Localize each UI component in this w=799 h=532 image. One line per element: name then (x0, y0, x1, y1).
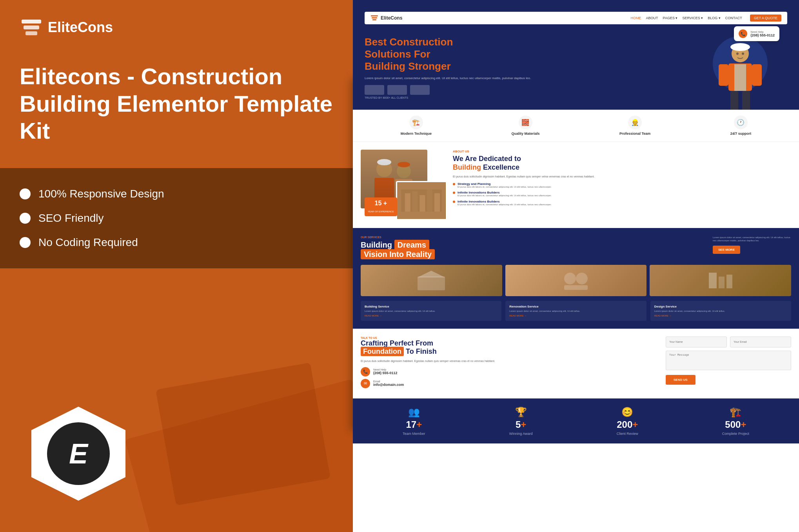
feature-team: 👷 Professional Team (619, 116, 650, 136)
cs-email-item: ✉ Email info@domain.com (361, 379, 658, 388)
point-title-2: Infinite Innovations Builders (458, 191, 552, 194)
nav-pages[interactable]: PAGES ▾ (663, 16, 678, 20)
hero-title-line3: Building Stronger (365, 60, 451, 72)
team-icon: 👷 (628, 116, 642, 129)
svg-rect-28 (732, 45, 749, 50)
ds-see-more-btn[interactable]: SEE MORE (713, 246, 740, 254)
feature-text-2: SEO Friendly (38, 212, 104, 224)
cs-header: TALK TO US Crafting Perfect From Foundat… (361, 337, 791, 391)
svg-point-37 (377, 159, 391, 165)
about-highlight: Building (453, 163, 481, 171)
svg-point-50 (564, 273, 576, 284)
stat-team-label: Team Member (403, 432, 425, 436)
nav-blog[interactable]: BLOG ▾ (708, 16, 721, 20)
team-label: Professional Team (619, 132, 650, 136)
hero-trusted: TRUSTED BY 8000+ ALL CLIENTS (365, 96, 701, 99)
stat-client-label: Client Review (617, 432, 638, 436)
quality-label: Quality Materials (511, 132, 539, 136)
ds-card-title-3: Design Service (654, 305, 787, 308)
stat-award: 🏆 5+ Winning Award (509, 407, 533, 436)
ds-lorem: Lorem ipsum dolor sit amet, consectetur … (713, 236, 791, 242)
stat-team: 👥 17+ Team Member (403, 407, 425, 436)
cs-phone-text-area: Need Help (208) 555-0112 (373, 368, 398, 375)
point-dot-1 (453, 183, 455, 185)
nav-services[interactable]: SERVICES ▾ (682, 16, 703, 20)
stat-project: 🏗️ 500+ Complete Project (722, 407, 749, 436)
ds-images (361, 265, 791, 296)
hero-section: EliteCons HOME ABOUT PAGES ▾ SERVICES ▾ … (353, 0, 799, 110)
feature-support: 🕐 24/7 support (730, 116, 752, 136)
ds-svg-3 (705, 269, 736, 292)
help-phone-icon: 📞 (739, 29, 747, 38)
svg-rect-21 (372, 19, 376, 20)
ds-right: Lorem ipsum dolor sit amet, consectetur … (713, 236, 791, 254)
feature-dot-2 (20, 213, 31, 224)
modern-icon: 🏗️ (409, 116, 423, 129)
ds-title: Building Dreams Vision Into Reality (361, 240, 435, 259)
features-section: 100% Responsive Design SEO Friendly No C… (0, 168, 353, 268)
point-title-3: Infinite Innovations Builders (458, 200, 552, 203)
hero-title-line1: Best Construction (365, 36, 453, 48)
navbar-cta[interactable]: GET A QUOTE (750, 14, 781, 22)
hero-title: Best Construction Solutions For Building… (365, 36, 701, 73)
about-text: ABOUT US We Are Dedicated to Building Ex… (453, 150, 791, 220)
mini-logo: EliteCons (370, 14, 402, 22)
cs-email-icon: ✉ (361, 379, 370, 388)
nav-contact[interactable]: CONTACT (725, 16, 742, 20)
cs-highlight: Foundation (361, 347, 404, 356)
stat-award-icon: 🏆 (515, 407, 527, 418)
mini-nav-links: HOME ABOUT PAGES ▾ SERVICES ▾ BLOG ▾ CON… (631, 16, 742, 20)
hero-title-for: For (414, 48, 430, 60)
hex-background: E (31, 407, 125, 501)
form-email-field[interactable] (730, 337, 791, 347)
stat-img-3 (410, 85, 430, 95)
feature-dot-3 (20, 237, 31, 248)
stat-client: 😊 200+ Client Review (617, 407, 638, 436)
about-tag: ABOUT US (453, 150, 791, 153)
svg-rect-33 (734, 64, 746, 91)
about-point-1: Strategy and Planning El purus duis elit… (453, 182, 791, 189)
feature-text-1: 100% Responsive Design (38, 188, 164, 200)
feature-quality: 🧱 Quality Materials (511, 116, 539, 136)
logo-text: EliteCons (48, 19, 113, 36)
svg-rect-26 (752, 64, 762, 86)
cs-email-value: info@domain.com (373, 383, 404, 387)
ds-img-3 (650, 265, 791, 296)
svg-point-38 (397, 164, 411, 178)
svg-rect-20 (372, 17, 377, 18)
worker-svg (701, 32, 779, 110)
form-name-field[interactable] (666, 337, 727, 347)
nav-about[interactable]: ABOUT (646, 16, 658, 20)
features-row: 🏗️ Modern Technique 🧱 Quality Materials … (353, 110, 799, 142)
stat-project-label: Complete Project (722, 432, 749, 436)
ds-card-desc-1: Lorem ipsum dolor sit amet, consectetur … (365, 310, 498, 313)
ds-read-1: READ MORE → (365, 315, 498, 317)
ds-card-desc-3: Lorem ipsum dolor sit amet, consectetur … (654, 310, 787, 313)
svg-rect-32 (742, 91, 750, 110)
ds-highlight: Dreams (394, 240, 429, 250)
svg-rect-43 (405, 193, 410, 212)
svg-rect-47 (434, 193, 440, 212)
elementor-badge: E (31, 407, 125, 501)
cs-email-label: Email (373, 380, 404, 383)
nav-home[interactable]: HOME (631, 16, 641, 20)
svg-rect-31 (730, 91, 738, 110)
point-title-1: Strategy and Planning (458, 182, 552, 186)
point-desc-3: El purus duis elit labors et, consectetu… (458, 203, 552, 206)
svg-point-40 (398, 162, 410, 167)
form-submit-btn[interactable]: SEND US (666, 375, 695, 385)
stat-client-icon: 😊 (621, 407, 633, 418)
help-bubble: 📞 Need Help (208) 555-0112 (734, 26, 779, 41)
years-badge: 15 + YEAR OF EXPERIENCE (365, 197, 397, 216)
svg-rect-52 (564, 285, 588, 290)
point-content-3: Infinite Innovations Builders El purus d… (458, 200, 552, 206)
point-dot-2 (453, 192, 455, 194)
stat-img-1 (365, 85, 384, 95)
cs-email-text-area: Email info@domain.com (373, 380, 404, 387)
ds-title-2: Vision Into Reality (361, 249, 435, 259)
help-label: Need Help (750, 31, 775, 33)
feature-dot-1 (20, 188, 31, 199)
years-label: YEAR OF EXPERIENCE (368, 210, 394, 213)
ds-tag: OUR SERVICES (361, 236, 435, 239)
form-message-field[interactable] (666, 351, 791, 370)
